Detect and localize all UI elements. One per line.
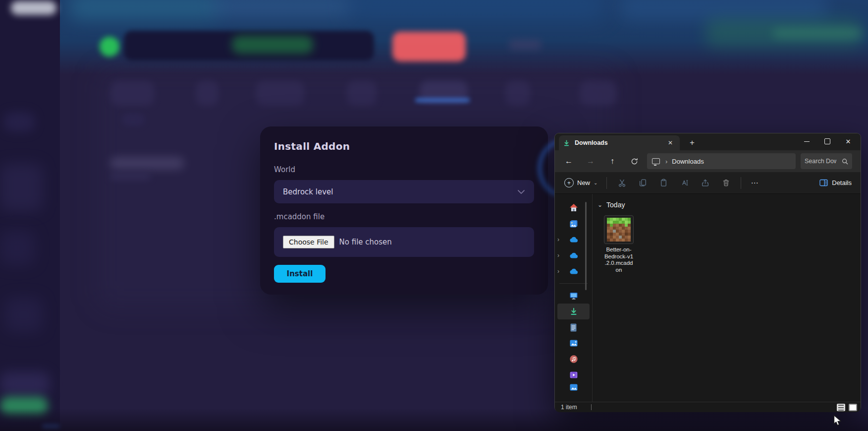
group-chevron-icon: ⌄ [597, 201, 602, 208]
details-pane-icon [819, 179, 828, 186]
expand-chevron-icon[interactable]: › [557, 268, 559, 275]
breadcrumb-location[interactable]: Downloads [672, 158, 704, 165]
copy-button[interactable] [632, 175, 653, 191]
file-name: Better-on- Bedrock-v1 .2.0.mcadd on [597, 246, 640, 273]
rename-icon [680, 179, 689, 187]
share-button[interactable] [695, 175, 715, 191]
sidebar-separator [559, 283, 588, 284]
plus-icon: + [564, 178, 574, 187]
file-thumbnail-frame [604, 215, 634, 244]
videos-icon [569, 370, 579, 379]
file-name-line: .2.0.mcadd [597, 260, 640, 267]
file-item-mcaddon[interactable]: Better-on- Bedrock-v1 .2.0.mcadd on [597, 215, 640, 273]
downloads-icon [569, 307, 578, 316]
sidebar-scrollbar[interactable] [585, 202, 587, 290]
blurred-section-subtext [110, 173, 151, 180]
tab-downloads[interactable]: Downloads ✕ [559, 135, 680, 150]
files-pane: ⌄ Today Better-on- Bedrock-v1 .2.0.mcadd… [593, 194, 861, 402]
close-button[interactable]: ✕ [838, 133, 859, 149]
blurred-sidebar-item-1 [4, 112, 35, 132]
group-header-today[interactable]: ⌄ Today [597, 201, 861, 209]
blurred-version-pill [122, 113, 145, 126]
blurred-nav-tab-1 [110, 81, 154, 106]
new-dropdown-caret-icon: ⌄ [594, 180, 597, 185]
up-button[interactable]: ↑ [601, 153, 623, 169]
install-button[interactable]: Install [274, 265, 326, 283]
file-explorer-window: Downloads ✕ + ✕ ← → ↑ › Downloads [554, 133, 861, 412]
large-icons-view-icon[interactable] [849, 404, 857, 411]
search-input[interactable]: Search Downloads [801, 153, 852, 169]
sidebar-item-desktop[interactable] [555, 288, 592, 304]
refresh-button[interactable] [623, 153, 645, 169]
details-view-icon[interactable] [837, 404, 845, 411]
cut-button[interactable] [611, 175, 632, 191]
rename-button[interactable] [674, 175, 695, 191]
onedrive-icon [569, 267, 579, 275]
install-addon-modal: Install Addon World Bedrock level .mcadd… [260, 126, 548, 295]
sidebar-item-pictures[interactable] [555, 335, 592, 351]
blurred-nav-tab-6 [505, 81, 530, 106]
sidebar-item-partial[interactable] [555, 383, 592, 392]
back-button[interactable]: ← [558, 153, 580, 169]
search-placeholder: Search Downloads [805, 158, 836, 165]
explorer-tab-bar: Downloads ✕ + ✕ [555, 133, 861, 150]
search-icon [842, 158, 848, 165]
blurred-stop-button [392, 32, 466, 62]
details-label: Details [832, 179, 852, 186]
mcaddon-file-label: .mcaddon file [274, 212, 534, 221]
blurred-sidebar-item-3 [0, 231, 35, 265]
minimize-icon [804, 141, 810, 142]
see-more-button[interactable]: ⋯ [746, 175, 763, 191]
paste-button[interactable] [653, 175, 674, 191]
group-header-label: Today [606, 201, 625, 209]
new-button[interactable]: + New ⌄ [560, 176, 602, 190]
close-icon: ✕ [846, 138, 851, 145]
pictures-icon [569, 339, 579, 348]
onedrive-icon [569, 251, 579, 259]
blurred-sidebar-purple [0, 372, 50, 396]
minimize-button[interactable] [796, 133, 817, 149]
home-icon [569, 203, 579, 213]
blurred-banner-glow-1 [69, 0, 218, 20]
address-bar-row: ← → ↑ › Downloads Search Downloads [555, 150, 861, 172]
world-label: World [274, 165, 534, 174]
music-icon [569, 355, 578, 364]
blurred-section-heading [110, 157, 184, 170]
expand-chevron-icon[interactable]: › [557, 236, 559, 243]
tab-close-icon[interactable]: ✕ [665, 137, 676, 148]
maximize-button[interactable] [817, 133, 838, 149]
file-name-line: on [597, 267, 640, 274]
details-toggle-button[interactable]: Details [815, 177, 856, 189]
new-tab-button[interactable]: + [685, 135, 700, 150]
modal-title: Install Addon [274, 140, 534, 152]
blurred-banner-glow-2 [213, 0, 352, 18]
chevron-down-icon [517, 189, 525, 194]
desktop-icon [569, 291, 579, 300]
sidebar-item-downloads[interactable] [557, 304, 590, 319]
world-select[interactable]: Bedrock level [274, 180, 534, 203]
window-controls: ✕ [796, 133, 859, 149]
cut-icon [618, 179, 626, 187]
blurred-avatar-green [100, 37, 119, 57]
onedrive-icon [569, 236, 579, 244]
address-field[interactable]: › Downloads [647, 153, 796, 169]
folder-icon [569, 383, 579, 392]
delete-button[interactable] [715, 175, 736, 191]
toolbar-divider [741, 177, 741, 189]
status-bar: 1 item [555, 402, 861, 412]
file-name-line: Better-on- [597, 246, 640, 253]
blurred-logo [11, 1, 56, 15]
choose-file-button[interactable]: Choose File [283, 236, 334, 248]
file-input[interactable]: Choose File No file chosen [274, 227, 534, 257]
forward-button[interactable]: → [580, 153, 601, 169]
item-count: 1 item [561, 404, 577, 411]
expand-chevron-icon[interactable]: › [557, 252, 559, 259]
sidebar-item-music[interactable] [555, 351, 592, 367]
sidebar-item-documents[interactable] [555, 319, 592, 335]
navigation-pane: › › › [555, 194, 592, 402]
new-button-label: New [577, 179, 590, 186]
sidebar-item-videos[interactable] [555, 367, 592, 383]
blurred-stats-green-line [773, 29, 862, 38]
blurred-left-sidebar [0, 0, 60, 431]
world-select-value: Bedrock level [283, 187, 517, 196]
